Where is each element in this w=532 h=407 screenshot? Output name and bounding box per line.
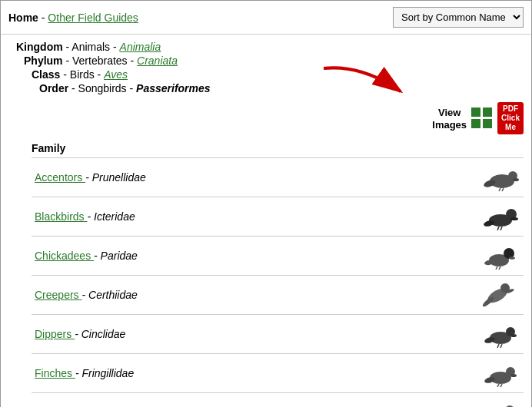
phylum-row: Phylum - Vertebrates - Craniata — [8, 55, 524, 67]
bird-silhouette — [484, 321, 520, 348]
table-row: Chickadees - Paridae — [32, 237, 524, 276]
family-list: Accentors - Prunellidae Blackbirds - Ict… — [32, 157, 524, 407]
svg-line-34 — [500, 384, 502, 387]
finches-sci: - Fringillidae — [75, 367, 134, 379]
order-sci-name: Passeriformes — [136, 82, 211, 94]
chickadees-bird-icon — [482, 241, 520, 270]
dippers-bird-icon — [482, 319, 520, 349]
family-item-text: Blackbirds - Icteridae — [35, 210, 135, 223]
accentors-sci: - Prunellidae — [85, 171, 146, 184]
svg-line-6 — [502, 188, 504, 191]
craniata-link[interactable]: Craniata — [137, 55, 178, 67]
aves-link[interactable]: Aves — [104, 68, 128, 81]
bird-silhouette — [482, 280, 520, 309]
breadcrumb: Home - Other Field Guides — [8, 12, 138, 24]
class-row: Class - Birds - Aves — [8, 68, 524, 81]
svg-line-12 — [500, 227, 502, 230]
family-item-text: Chickadees - Paridae — [35, 250, 138, 262]
dippers-sci: - Cinclidae — [75, 328, 125, 340]
kingdom-row: Kingdom - Animals - Animalia — [8, 41, 524, 53]
class-label: Class — [32, 68, 60, 81]
dippers-link[interactable]: Dippers — [35, 328, 75, 340]
bird-silhouette — [484, 164, 520, 191]
view-images-label-block: ViewImages — [432, 106, 467, 131]
svg-line-18 — [499, 266, 500, 270]
svg-point-26 — [510, 334, 517, 337]
svg-line-5 — [499, 188, 500, 191]
table-row: Creepers - Certhiidae — [32, 276, 524, 315]
phylum-label: Phylum — [24, 55, 63, 67]
order-label: Order — [39, 82, 68, 94]
svg-point-32 — [510, 374, 517, 377]
view-images-container: ViewImages PDFClickMe — [432, 102, 524, 134]
bird-silhouette — [484, 204, 520, 230]
sort-dropdown[interactable]: Sort by Common NameSort by Scientific Na… — [393, 7, 524, 28]
grid-view-icon[interactable] — [471, 108, 493, 129]
chickadees-link[interactable]: Chickadees — [35, 250, 94, 262]
blackbirds-bird-icon — [482, 202, 520, 231]
home-label: Home — [8, 12, 38, 24]
kingdom-label: Kingdom — [16, 41, 63, 53]
animalia-link[interactable]: Animalia — [120, 41, 161, 53]
family-item-text: Finches - Fringillidae — [35, 367, 134, 379]
bird-silhouette — [484, 360, 520, 387]
creepers-bird-icon — [482, 280, 520, 309]
creepers-sci: - Certhiidae — [81, 289, 137, 301]
blackbirds-sci: - Icteridae — [87, 210, 135, 223]
order-row: Order - Songbirds - Passeriformes — [8, 82, 524, 94]
view-label: ViewImages — [432, 107, 467, 131]
pdf-button[interactable]: PDFClickMe — [497, 102, 524, 134]
chickadees-sci: - Paridae — [94, 250, 138, 262]
bird-silhouette — [484, 243, 520, 270]
svg-point-16 — [509, 256, 515, 260]
table-row: Dippers - Cinclidae — [32, 315, 524, 354]
bird-silhouette — [484, 399, 520, 408]
svg-line-27 — [497, 344, 499, 348]
view-pdf-row: ViewImages PDFClickMe — [1, 99, 531, 139]
svg-line-33 — [497, 384, 499, 387]
finches-link[interactable]: Finches — [35, 367, 75, 379]
finches-bird-icon — [482, 359, 520, 388]
table-row: Blackbirds - Icteridae — [32, 197, 524, 237]
family-item-text: Accentors - Prunellidae — [35, 171, 146, 184]
svg-line-28 — [500, 344, 502, 348]
creepers-link[interactable]: Creepers — [35, 289, 81, 301]
family-item-text: Creepers - Certhiidae — [35, 289, 138, 301]
blackbirds-link[interactable]: Blackbirds — [35, 210, 87, 223]
accentors-bird-icon — [482, 163, 520, 192]
table-row: Flycatchers - Tyrannidae — [32, 393, 524, 407]
family-item-text: Dippers - Cinclidae — [35, 328, 125, 340]
flycatchers-bird-icon — [482, 398, 520, 407]
top-bar: Home - Other Field Guides Sort by Common… — [1, 1, 531, 35]
table-row: Finches - Fringillidae — [32, 354, 524, 393]
other-guides-link[interactable]: Other Field Guides — [48, 12, 138, 24]
svg-point-10 — [510, 217, 518, 220]
accentors-link[interactable]: Accentors — [35, 171, 85, 184]
table-row: Accentors - Prunellidae — [32, 158, 524, 197]
svg-point-4 — [513, 178, 519, 181]
svg-line-11 — [497, 227, 499, 230]
family-label: Family — [32, 141, 524, 157]
family-section: Family Accentors - Prunellidae Black — [1, 139, 531, 407]
taxonomy-hierarchy: Kingdom - Animals - Animalia Phylum - Ve… — [1, 35, 531, 99]
svg-line-17 — [496, 266, 497, 270]
